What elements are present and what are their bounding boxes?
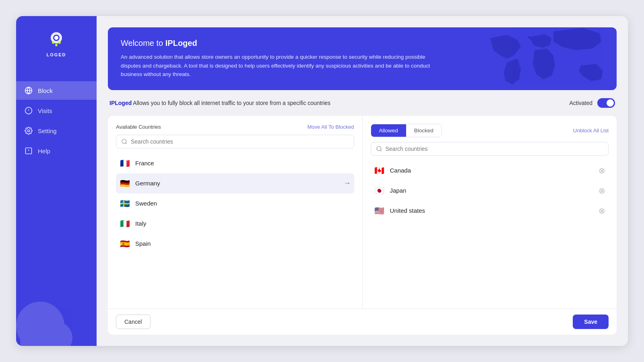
sidebar-item-setting-label: Setting xyxy=(38,128,57,134)
svg-point-11 xyxy=(28,130,30,132)
unblock-all-link[interactable]: Unblock All List xyxy=(573,128,609,134)
hero-text-block: Welcome to IPLoged An advanced solution … xyxy=(121,39,435,79)
remove-japan-button[interactable]: ⊗ xyxy=(599,186,605,195)
allowed-blocked-tabs: Allowed Blocked xyxy=(371,124,442,137)
available-countries-list: 🇫🇷 France 🇩🇪 Germany → 🇸🇪 Sweden xyxy=(116,153,354,300)
country-name-italy: Italy xyxy=(135,220,147,227)
flag-sweden: 🇸🇪 xyxy=(119,198,130,209)
country-name-japan: Japan xyxy=(390,187,407,194)
activated-description-suffix: Allows you to fully block all internet t… xyxy=(132,100,330,106)
flag-japan: 🇯🇵 xyxy=(374,185,385,196)
world-map-svg xyxy=(480,27,617,90)
svg-point-19 xyxy=(528,36,530,38)
sidebar-item-block[interactable]: Block xyxy=(16,81,97,100)
activated-toggle-area: Activated xyxy=(569,98,615,108)
allowed-countries-search-input[interactable] xyxy=(386,146,604,152)
tab-allowed[interactable]: Allowed xyxy=(371,124,406,137)
app-container: LOGED Block xyxy=(16,16,628,346)
remove-united-states-button[interactable]: ⊗ xyxy=(599,206,605,216)
country-name-united-states: United states xyxy=(390,207,425,214)
svg-point-20 xyxy=(122,139,126,144)
activated-bar: IPLoged Allows you to fully block all in… xyxy=(108,98,617,108)
available-countries-search-box[interactable] xyxy=(116,135,354,148)
available-countries-panel: Available Countries Move All To Blocked xyxy=(108,116,363,309)
allowed-item-united-states: 🇺🇸 United states ⊗ xyxy=(371,201,609,221)
country-name-canada: Canada xyxy=(390,167,411,174)
svg-point-2 xyxy=(54,36,58,40)
sidebar: LOGED Block xyxy=(16,16,97,346)
allowed-blocked-panel: Allowed Blocked Unblock All List xyxy=(363,116,617,309)
visits-icon xyxy=(24,106,33,115)
allowed-countries-search-box[interactable] xyxy=(371,142,609,156)
svg-point-3 xyxy=(52,41,54,44)
allowed-countries-list: 🇨🇦 Canada ⊗ 🇯🇵 Japan ⊗ 🇺🇸 xyxy=(371,160,609,300)
search-icon xyxy=(121,138,128,145)
country-name-sweden: Sweden xyxy=(135,200,157,207)
svg-point-5 xyxy=(58,41,61,44)
sidebar-item-setting[interactable]: Setting xyxy=(16,121,97,140)
logo-icon xyxy=(44,27,68,51)
save-button[interactable]: Save xyxy=(573,315,609,329)
main-content: Welcome to IPLoged An advanced solution … xyxy=(97,16,628,346)
flag-canada: 🇨🇦 xyxy=(374,165,385,176)
hero-banner: Welcome to IPLoged An advanced solution … xyxy=(108,27,617,90)
main-card: Available Countries Move All To Blocked xyxy=(108,116,617,335)
search-icon-right xyxy=(376,146,382,152)
sidebar-item-visits[interactable]: Visits xyxy=(16,101,97,120)
arrow-right-icon: → xyxy=(344,179,351,187)
remove-canada-button[interactable]: ⊗ xyxy=(599,166,605,175)
activated-label: Activated xyxy=(569,100,592,106)
available-countries-search-input[interactable] xyxy=(131,138,349,145)
sidebar-item-help[interactable]: Help xyxy=(16,142,97,160)
country-item-france[interactable]: 🇫🇷 France xyxy=(116,153,354,173)
tab-blocked[interactable]: Blocked xyxy=(406,124,442,137)
country-name-germany: Germany xyxy=(135,180,160,187)
logo: LOGED xyxy=(44,27,68,57)
country-item-italy[interactable]: 🇮🇹 Italy xyxy=(116,214,354,234)
allowed-item-japan: 🇯🇵 Japan ⊗ xyxy=(371,181,609,201)
hero-map xyxy=(480,27,617,90)
svg-line-23 xyxy=(380,150,382,151)
globe-icon xyxy=(24,86,33,95)
sidebar-decoration xyxy=(16,274,89,346)
flag-france: 🇫🇷 xyxy=(119,158,130,169)
logo-text: LOGED xyxy=(46,52,66,57)
tabs-row: Allowed Blocked Unblock All List xyxy=(371,124,609,137)
move-all-to-blocked-link[interactable]: Move All To Blocked xyxy=(307,124,354,130)
svg-point-22 xyxy=(377,146,381,151)
card-body: Available Countries Move All To Blocked xyxy=(108,116,617,309)
hero-title: Welcome to IPLoged xyxy=(121,39,435,48)
gear-icon xyxy=(24,126,33,135)
brand-name: IPLoged xyxy=(109,100,132,106)
hero-description: An advanced solution that allows store o… xyxy=(121,53,435,79)
flag-united-states: 🇺🇸 xyxy=(374,205,385,216)
available-countries-title: Available Countries xyxy=(116,124,161,130)
svg-line-21 xyxy=(126,143,127,144)
country-item-spain[interactable]: 🇪🇸 Spain xyxy=(116,234,354,254)
flag-spain: 🇪🇸 xyxy=(119,238,130,249)
allowed-item-canada: 🇨🇦 Canada ⊗ xyxy=(371,160,609,181)
card-footer: Cancel Save xyxy=(108,309,617,335)
country-name-france: France xyxy=(135,160,154,167)
country-item-sweden[interactable]: 🇸🇪 Sweden xyxy=(116,193,354,214)
help-icon xyxy=(24,146,33,155)
left-panel-header: Available Countries Move All To Blocked xyxy=(116,124,354,130)
country-item-germany[interactable]: 🇩🇪 Germany → xyxy=(116,173,354,193)
svg-point-4 xyxy=(55,44,58,46)
country-name-spain: Spain xyxy=(135,240,151,247)
sidebar-item-help-label: Help xyxy=(38,148,50,154)
svg-point-18 xyxy=(529,37,533,40)
flag-germany: 🇩🇪 xyxy=(119,178,130,189)
activation-toggle[interactable] xyxy=(597,98,615,108)
sidebar-navigation: Block Visits xyxy=(16,81,97,160)
sidebar-item-block-label: Block xyxy=(38,87,53,94)
hero-brand: IPLoged xyxy=(165,39,197,47)
activated-description: IPLoged Allows you to fully block all in… xyxy=(109,100,330,106)
flag-italy: 🇮🇹 xyxy=(119,218,130,229)
cancel-button[interactable]: Cancel xyxy=(116,315,151,329)
sidebar-item-visits-label: Visits xyxy=(38,107,52,114)
